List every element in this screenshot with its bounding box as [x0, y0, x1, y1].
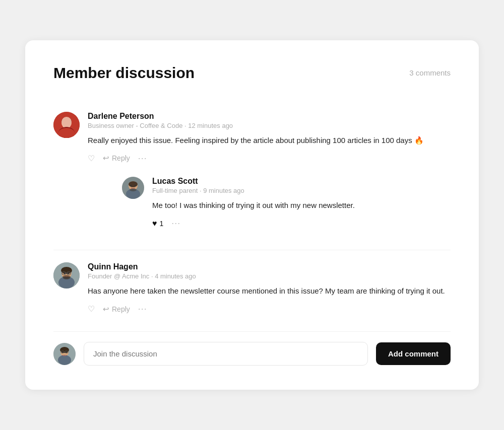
- comment-input-section: Add comment: [53, 331, 451, 366]
- comment-lucas-text: Me too! I was thinking of trying it out …: [152, 199, 451, 211]
- svg-point-23: [63, 276, 70, 279]
- reply-label-darlene: Reply: [112, 154, 130, 162]
- avatar-quinn: [53, 262, 80, 289]
- like-button-lucas[interactable]: ♥ 1: [152, 218, 163, 229]
- comment-darlene: Darlene Peterson Business owner - Coffee…: [53, 100, 451, 251]
- svg-point-11: [131, 185, 132, 186]
- svg-point-14: [136, 186, 137, 187]
- heart-empty-icon-quinn: ♡: [88, 304, 95, 314]
- comment-darlene-body: Darlene Peterson Business owner - Coffee…: [88, 112, 451, 238]
- more-button-quinn[interactable]: ···: [138, 303, 147, 315]
- comment-quinn-text: Has anyone here taken the newsletter cou…: [88, 285, 451, 297]
- svg-point-6: [68, 121, 70, 123]
- heart-filled-icon-lucas: ♥: [152, 219, 157, 228]
- comment-darlene-author: Darlene Peterson: [88, 112, 451, 121]
- svg-point-15: [130, 188, 137, 191]
- comment-quinn-actions: ♡ ↩ Reply ···: [88, 303, 451, 315]
- avatar-current-user: [53, 343, 76, 365]
- comments-count: 3 comments: [409, 68, 451, 77]
- like-button-quinn[interactable]: ♡: [88, 303, 95, 315]
- more-button-darlene[interactable]: ···: [138, 152, 147, 165]
- svg-point-4: [62, 118, 71, 125]
- svg-point-0: [53, 112, 80, 138]
- svg-point-13: [130, 186, 131, 187]
- comment-thread: Darlene Peterson Business owner - Coffee…: [53, 100, 451, 328]
- comment-darlene-text: Really enjoyed this issue. Feeling inspi…: [88, 134, 451, 146]
- like-button-darlene[interactable]: ♡: [88, 153, 95, 164]
- svg-point-3: [61, 117, 72, 125]
- page-header: Member discussion 3 comments: [53, 64, 451, 82]
- svg-point-12: [135, 185, 136, 186]
- comment-lucas-body: Lucas Scott Full-time parent · 9 minutes…: [152, 177, 451, 230]
- reply-button-darlene[interactable]: ↩ Reply: [103, 153, 130, 164]
- more-button-lucas[interactable]: ···: [171, 217, 180, 230]
- reply-label-quinn: Reply: [112, 305, 130, 313]
- reply-icon-quinn: ↩: [103, 305, 109, 314]
- add-comment-button[interactable]: Add comment: [376, 342, 451, 365]
- svg-point-29: [58, 355, 71, 365]
- comment-lucas: Lucas Scott Full-time parent · 9 minutes…: [122, 167, 451, 238]
- avatar-lucas: [122, 177, 144, 199]
- comment-lucas-actions: ♥ 1 ···: [152, 217, 451, 230]
- reply-section-darlene: Lucas Scott Full-time parent · 9 minutes…: [122, 167, 451, 238]
- discussion-card: Member discussion 3 comments Darlene Pet: [25, 40, 479, 390]
- like-count-lucas: 1: [160, 220, 164, 228]
- comment-quinn-meta: Founder @ Acme Inc · 4 minutes ago: [88, 272, 451, 280]
- comment-quinn: Quinn Hagen Founder @ Acme Inc · 4 minut…: [53, 250, 451, 327]
- svg-point-21: [68, 273, 70, 274]
- comment-quinn-author: Quinn Hagen: [88, 262, 451, 271]
- comment-input-wrapper[interactable]: [84, 342, 368, 366]
- reply-icon-darlene: ↩: [103, 154, 109, 163]
- comment-input[interactable]: [93, 349, 358, 358]
- svg-point-5: [64, 121, 66, 123]
- comment-quinn-body: Quinn Hagen Founder @ Acme Inc · 4 minut…: [88, 262, 451, 315]
- svg-point-1: [61, 117, 72, 128]
- comment-lucas-meta: Full-time parent · 9 minutes ago: [152, 187, 451, 194]
- heart-empty-icon-darlene: ♡: [88, 154, 95, 163]
- comment-darlene-meta: Business owner - Coffee & Code · 12 minu…: [88, 122, 451, 129]
- more-icon-darlene: ···: [138, 153, 147, 164]
- page-title: Member discussion: [53, 64, 195, 82]
- more-icon-lucas: ···: [171, 218, 180, 229]
- reply-button-quinn[interactable]: ↩ Reply: [103, 304, 130, 315]
- comment-lucas-author: Lucas Scott: [152, 177, 451, 186]
- more-icon-quinn: ···: [138, 304, 147, 314]
- avatar-darlene: [53, 112, 80, 138]
- comment-darlene-actions: ♡ ↩ Reply ···: [88, 152, 451, 165]
